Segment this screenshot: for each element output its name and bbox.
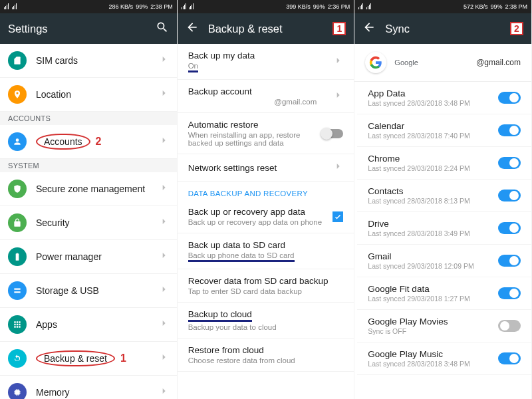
- backup-item[interactable]: Backup to cloudBackup your data to cloud: [178, 303, 354, 338]
- chevron-right-icon: [158, 216, 169, 229]
- account-header[interactable]: Google @gmail.com: [354, 44, 531, 82]
- lock-icon: [8, 213, 27, 232]
- backup-list[interactable]: Back up my dataOnBackup account@gmail.co…: [178, 44, 354, 399]
- settings-item-label: Power manager: [36, 251, 102, 262]
- settings-item-apps[interactable]: Apps: [0, 308, 177, 342]
- person-icon: [8, 132, 27, 151]
- back-icon[interactable]: [186, 21, 199, 37]
- settings-item-label: SIM cards: [36, 55, 78, 66]
- account-provider: Google: [394, 59, 468, 66]
- settings-item-label: Security: [36, 217, 70, 228]
- sync-item-subtitle: Last synced 29/03/2018 12:09 PM: [368, 262, 493, 270]
- settings-item-restore[interactable]: Backup & reset1: [0, 342, 177, 376]
- item-title: Back up or recovery app data: [188, 207, 333, 217]
- toggle[interactable]: [322, 129, 343, 138]
- page-title: Sync: [385, 23, 501, 35]
- account-email: @gmail.com: [476, 58, 521, 67]
- sb-time: 2:38 PM: [150, 3, 173, 10]
- checkbox[interactable]: [332, 211, 343, 222]
- settings-item-battery[interactable]: Power manager: [0, 240, 177, 274]
- backup-item[interactable]: Back up or recovery app dataBack up or r…: [178, 200, 354, 233]
- sync-toggle[interactable]: [498, 287, 521, 299]
- item-title: Back up my data: [188, 51, 333, 61]
- sb-time: 2:38 PM: [505, 3, 527, 10]
- chevron-right-icon: [332, 55, 343, 68]
- sync-item[interactable]: App DataLast synced 28/03/2018 3:48 PM: [357, 82, 531, 114]
- page-title: Settings: [8, 23, 146, 35]
- sync-item[interactable]: CalendarLast synced 28/03/2018 7:40 PM: [357, 114, 531, 147]
- item-title: Backup account: [188, 86, 333, 96]
- sync-item[interactable]: Google Fit dataLast synced 29/03/2018 1:…: [357, 277, 531, 310]
- sb-time: 2:36 PM: [328, 3, 350, 10]
- settings-item-label: Memory: [36, 387, 70, 398]
- chevron-right-icon: [158, 284, 169, 297]
- annotation-marker: 1: [120, 352, 126, 364]
- chevron-right-icon: [158, 88, 169, 101]
- settings-item-location[interactable]: Location: [0, 78, 177, 112]
- sync-item-subtitle: Sync is OFF: [368, 327, 493, 335]
- chevron-right-icon: [158, 386, 169, 399]
- sync-toggle[interactable]: [498, 352, 521, 364]
- back-icon[interactable]: [362, 21, 376, 37]
- sync-toggle[interactable]: [498, 190, 521, 201]
- sync-item[interactable]: DriveLast synced 28/03/2018 3:49 PM: [357, 212, 531, 245]
- sync-toggle[interactable]: [498, 255, 521, 267]
- backup-item[interactable]: Back up my dataOn: [178, 44, 354, 80]
- annotation-marker: 2: [96, 136, 102, 147]
- settings-item-shield[interactable]: Secure zone management: [0, 172, 177, 206]
- sync-item-subtitle: Last synced 28/03/2018 7:40 PM: [368, 132, 493, 140]
- statusbar: 399 KB/s 99% 2:36 PM: [178, 0, 354, 13]
- settings-item-storage[interactable]: Storage & USB: [0, 274, 177, 308]
- item-subtitle: @gmail.com: [188, 98, 333, 106]
- panel-backup-reset: 399 KB/s 99% 2:36 PM Backup & reset 1 Ba…: [178, 0, 355, 399]
- chevron-right-icon: [158, 135, 169, 148]
- sync-item-subtitle: Last synced 28/03/2018 3:49 PM: [368, 229, 493, 237]
- settings-item-label: Secure zone management: [36, 184, 145, 194]
- sb-speed: 572 KB/s: [464, 3, 488, 10]
- backup-item[interactable]: Back up data to SD cardBack up phone dat…: [178, 233, 354, 269]
- sync-toggle[interactable]: [498, 157, 521, 169]
- section-header-system: SYSTEM: [0, 159, 177, 172]
- sync-list[interactable]: Google @gmail.com App DataLast synced 28…: [354, 44, 531, 399]
- settings-item-memory[interactable]: Memory: [0, 376, 177, 399]
- sync-item-subtitle: Last synced 29/03/2018 2:24 PM: [368, 164, 493, 172]
- item-subtitle: Back up phone data to SD card: [188, 251, 344, 262]
- settings-item-person[interactable]: Accounts2: [0, 125, 177, 159]
- sync-item-title: Drive: [368, 219, 493, 229]
- location-icon: [8, 85, 27, 104]
- sync-item[interactable]: GmailLast synced 29/03/2018 12:09 PM: [357, 245, 531, 277]
- sync-toggle[interactable]: [498, 92, 521, 104]
- google-logo-icon: [365, 52, 386, 73]
- chevron-right-icon: [332, 90, 343, 103]
- item-subtitle: Backup your data to cloud: [188, 323, 344, 331]
- sync-item-subtitle: Last synced 28/03/2018 8:13 PM: [368, 197, 493, 205]
- settings-list[interactable]: SIM cardsLocationACCOUNTSAccounts2SYSTEM…: [0, 44, 177, 399]
- sync-item[interactable]: ChromeLast synced 29/03/2018 2:24 PM: [357, 147, 531, 180]
- settings-item-sim[interactable]: SIM cards: [0, 44, 177, 78]
- backup-item[interactable]: Backup account@gmail.com: [178, 80, 354, 113]
- sync-item-title: Google Fit data: [368, 284, 493, 294]
- backup-item[interactable]: Network settings reset: [178, 154, 354, 182]
- shield-icon: [8, 180, 27, 198]
- sync-toggle[interactable]: [498, 124, 521, 136]
- section-header-data-backup: DATA BACKUP AND RECOVERY: [178, 182, 354, 200]
- chevron-right-icon: [158, 250, 169, 263]
- backup-item[interactable]: Recover data from SD card backupTap to e…: [178, 269, 354, 303]
- settings-item-label: Storage & USB: [36, 285, 99, 296]
- search-icon[interactable]: [156, 21, 169, 37]
- item-subtitle: Tap to enter SD card data backup: [188, 287, 344, 295]
- appbar: Settings: [0, 13, 177, 44]
- sync-toggle[interactable]: [498, 320, 521, 332]
- sync-item[interactable]: Google Play MusicLast synced 28/03/2018 …: [357, 342, 531, 375]
- sim-icon: [8, 51, 27, 70]
- sync-toggle[interactable]: [498, 222, 521, 234]
- sync-item[interactable]: ContactsLast synced 28/03/2018 8:13 PM: [357, 180, 531, 212]
- settings-item-label: Accounts: [36, 134, 90, 150]
- backup-item[interactable]: Restore from cloudChoose restore data fr…: [178, 338, 354, 372]
- item-title: Recover data from SD card backup: [188, 276, 344, 286]
- backup-item[interactable]: Automatic restoreWhen reinstalling an ap…: [178, 113, 354, 154]
- sync-item[interactable]: Google Play MoviesSync is OFF: [357, 310, 531, 342]
- appbar: Sync 2: [354, 13, 531, 44]
- settings-item-lock[interactable]: Security: [0, 206, 177, 240]
- sync-item-title: App Data: [368, 88, 493, 98]
